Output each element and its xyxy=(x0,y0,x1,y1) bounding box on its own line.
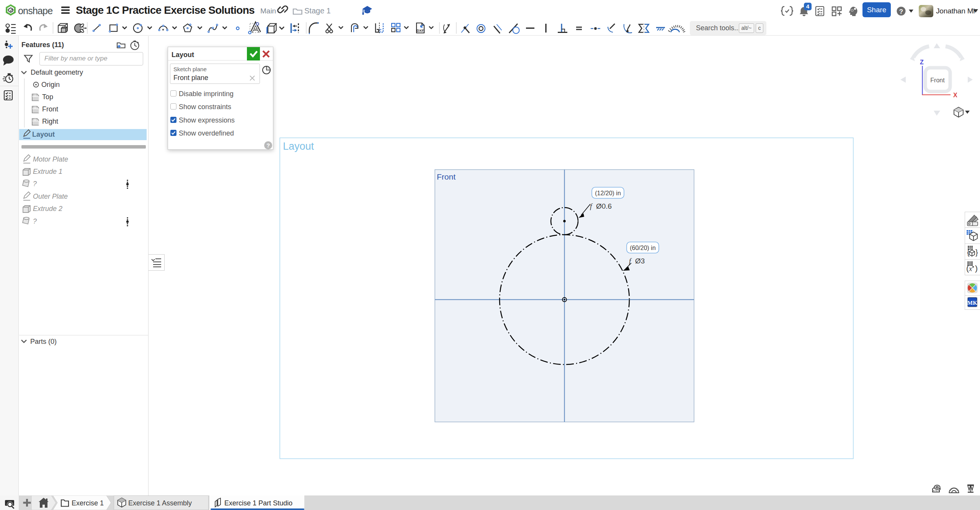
svg-text:Layout: Layout xyxy=(283,141,314,152)
svg-text:Front: Front xyxy=(437,172,456,181)
svg-text:4: 4 xyxy=(806,3,810,10)
svg-text:(12/20) in: (12/20) in xyxy=(595,190,621,196)
svg-text:Z: Z xyxy=(920,59,924,65)
svg-text:): ) xyxy=(975,264,978,273)
svg-text:X: X xyxy=(953,92,957,98)
svg-text:x: x xyxy=(969,265,972,273)
svg-text:}: } xyxy=(975,248,978,257)
svg-text:?: ? xyxy=(899,8,903,15)
svg-text:Ø0.6: Ø0.6 xyxy=(596,202,612,210)
svg-text:MK: MK xyxy=(967,300,977,306)
svg-text:DXF: DXF xyxy=(417,28,424,33)
svg-text:Front: Front xyxy=(930,77,945,83)
svg-text:Ø3: Ø3 xyxy=(635,257,645,265)
svg-text:(: ( xyxy=(966,264,969,273)
svg-text:(60/20) in: (60/20) in xyxy=(630,245,656,251)
